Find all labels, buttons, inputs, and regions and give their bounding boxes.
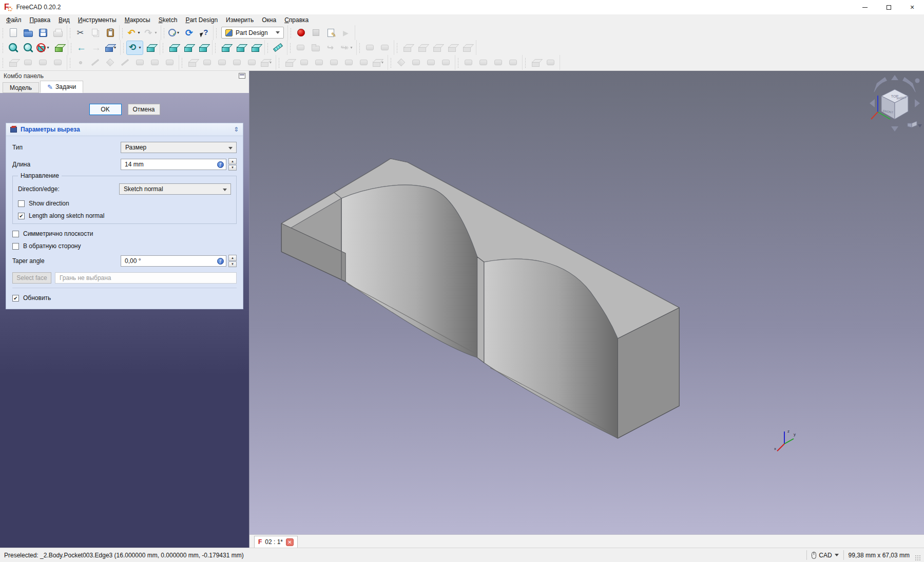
toolbar-grip[interactable]: [2, 28, 4, 38]
pencil-icon: ✎: [47, 83, 53, 91]
cancel-button[interactable]: Отмена: [128, 104, 160, 115]
menu-edit[interactable]: Правка: [26, 15, 55, 25]
dropdown-arrow-icon[interactable]: ▾: [137, 30, 141, 35]
expression-editor-icon[interactable]: [217, 161, 224, 168]
undo-button[interactable]: ▾: [126, 26, 142, 40]
tab-tasks[interactable]: ✎ Задачи: [40, 81, 83, 93]
taper-spin-down[interactable]: ▼: [228, 261, 237, 268]
taper-angle-input[interactable]: 0,00 °: [121, 255, 226, 267]
toolbar-grip[interactable]: [216, 28, 218, 38]
close-button[interactable]: ×: [900, 0, 924, 14]
toolbar-grip[interactable]: [215, 43, 217, 53]
taper-angle-label: Taper angle: [12, 257, 121, 265]
close-document-icon[interactable]: ✕: [286, 538, 294, 546]
toolbar-grip[interactable]: [2, 58, 4, 68]
type-select[interactable]: Размер: [121, 142, 237, 153]
direction-select[interactable]: Sketch normal: [119, 183, 231, 195]
resize-grip[interactable]: [914, 554, 921, 561]
macro-record-button[interactable]: [294, 26, 308, 40]
dropdown-arrow-icon[interactable]: ▾: [153, 30, 158, 35]
toolbar-grip[interactable]: [290, 28, 292, 38]
save-button[interactable]: [36, 26, 50, 40]
menu-sketch[interactable]: Sketch: [155, 15, 182, 25]
length-spin-up[interactable]: ▲: [228, 158, 237, 164]
fit-all-button[interactable]: [6, 41, 20, 54]
dropdown-arrow-icon[interactable]: ▾: [349, 45, 354, 50]
menu-file[interactable]: Файл: [2, 15, 26, 25]
toolbar-grip[interactable]: [2, 43, 4, 53]
menu-measure[interactable]: Измерить: [222, 15, 258, 25]
dropdown-arrow-icon[interactable]: ▾: [46, 45, 50, 50]
view-bottom-button[interactable]: [234, 41, 247, 54]
expression-editor-icon[interactable]: [217, 258, 224, 265]
reversed-checkbox[interactable]: [12, 243, 19, 250]
view-rear-button[interactable]: [219, 41, 233, 54]
toolbar-grip[interactable]: [267, 43, 269, 53]
workbench-selector[interactable]: Part Design: [221, 27, 284, 39]
length-along-normal-checkbox[interactable]: [18, 213, 25, 219]
3d-viewport[interactable]: TOP FRONT RIGHT: [249, 71, 924, 534]
measure-distance-button[interactable]: [271, 41, 285, 54]
collapse-task-icon[interactable]: ⇕: [234, 126, 239, 133]
toolbar-grip[interactable]: [163, 28, 165, 38]
symmetric-checkbox[interactable]: [12, 231, 19, 237]
macro-edit-button[interactable]: [324, 26, 338, 40]
maximize-button[interactable]: [877, 0, 900, 14]
view-isometric-button[interactable]: [144, 41, 158, 54]
view-top-button[interactable]: [181, 41, 195, 54]
toolbar-grip[interactable]: [390, 58, 392, 68]
toolbar-grip[interactable]: [290, 43, 292, 53]
minimize-button[interactable]: [853, 0, 877, 14]
taper-spin-up[interactable]: ▲: [228, 255, 237, 261]
toolbar-grip[interactable]: [70, 43, 72, 53]
create-sub-shape-binder-button: [148, 56, 162, 69]
float-panel-button[interactable]: [239, 73, 245, 79]
clipping-plane-button[interactable]: ▾: [36, 41, 51, 54]
open-button[interactable]: [21, 26, 35, 40]
show-direction-checkbox[interactable]: [18, 200, 25, 207]
cut-button[interactable]: [73, 26, 87, 40]
nav-style-selector[interactable]: CAD: [812, 552, 838, 559]
pocket-parameters-header[interactable]: Параметры выреза ⇕: [6, 123, 243, 136]
ok-button[interactable]: OK: [89, 104, 122, 115]
pad-button: [185, 56, 199, 69]
toolbar-grip[interactable]: [123, 43, 125, 53]
toolbar-grip[interactable]: [122, 28, 124, 38]
toolbar-grip[interactable]: [162, 43, 164, 53]
nav-back-button[interactable]: [74, 41, 88, 54]
view-right-button[interactable]: [196, 41, 210, 54]
whats-this-button[interactable]: [197, 26, 211, 40]
length-input[interactable]: 14 mm: [121, 159, 226, 170]
toolbar-grip[interactable]: [359, 43, 361, 53]
dropdown-arrow-icon[interactable]: ▾: [138, 45, 142, 50]
toolbar-grip[interactable]: [278, 58, 280, 68]
toolbar-grip[interactable]: [525, 58, 527, 68]
draw-style-button[interactable]: [52, 41, 66, 54]
toolbar-grip[interactable]: [396, 43, 398, 53]
navcube-menu-button[interactable]: [908, 121, 922, 127]
view-left-button[interactable]: [248, 41, 262, 54]
fit-selection-button[interactable]: [21, 41, 35, 54]
length-spin-down[interactable]: ▼: [228, 165, 237, 171]
view-front-button[interactable]: [166, 41, 180, 54]
linked-view-button[interactable]: ▾: [104, 41, 118, 54]
update-checkbox[interactable]: [12, 295, 19, 302]
paste-button[interactable]: [103, 26, 117, 40]
new-file-button[interactable]: [6, 26, 20, 40]
menu-help[interactable]: Справка: [280, 15, 313, 25]
toolbar-grip[interactable]: [69, 28, 71, 38]
document-tab[interactable]: F 02 : 1* ✕: [254, 536, 298, 548]
toolbar-grip[interactable]: [457, 58, 459, 68]
refresh-button[interactable]: [182, 26, 196, 40]
menu-part-design[interactable]: Part Design: [181, 15, 222, 25]
view-rotation-tool-button[interactable]: ▾: [127, 41, 143, 54]
navigation-cube[interactable]: TOP FRONT RIGHT: [868, 74, 922, 133]
tab-model[interactable]: Модель: [3, 82, 39, 93]
menu-windows[interactable]: Окна: [258, 15, 280, 25]
menu-macros[interactable]: Макросы: [121, 15, 155, 25]
toolbar-grip[interactable]: [69, 58, 71, 68]
menu-view[interactable]: Вид: [54, 15, 74, 25]
edit-mode-button[interactable]: ▾: [167, 26, 181, 40]
menu-tools[interactable]: Инструменты: [74, 15, 121, 25]
toolbar-grip[interactable]: [181, 58, 183, 68]
